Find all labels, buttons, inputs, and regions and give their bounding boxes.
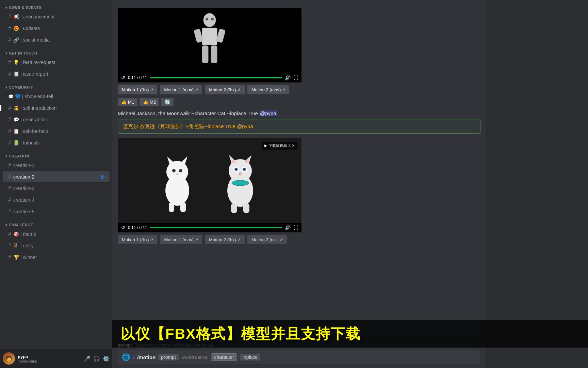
motion1-fbx-button[interactable]: Motion 1 (fbx) ↗ [118, 85, 157, 94]
sidebar-item-winner[interactable]: # 🏆 | winner [3, 252, 110, 263]
svg-rect-31 [231, 203, 237, 213]
user-info: pypa momo.yang [18, 354, 81, 363]
hash-icon: # [8, 197, 11, 203]
video-controls-1: ↺ 0:11 / 0:11 🔊 ⛶ [118, 73, 301, 82]
sidebar-item-entry[interactable]: # 🧗 | entry [3, 240, 110, 251]
sidebar-item-social-media[interactable]: # 🔗 | social-media [3, 34, 110, 45]
sidebar-item-ask-for-help[interactable]: # 📋 | ask-for-help [3, 126, 110, 137]
slash-indicator: / [133, 354, 134, 360]
sidebar-item-self-introduction[interactable]: # 👋 | self-introduction [3, 103, 110, 113]
sidebar-item-creation-4[interactable]: # creation-4 [3, 195, 110, 205]
svg-point-14 [176, 173, 178, 175]
svg-rect-4 [202, 46, 208, 63]
react-buttons: 👍 M1 👍 M2 🔄 [118, 98, 480, 106]
sidebar: NEWS & EVENTS # 📢 | announcement # 😍 | u… [0, 0, 112, 368]
mic-icon[interactable]: 🎤 [84, 355, 91, 362]
headphone-icon[interactable]: 🎧 [93, 355, 100, 362]
sidebar-item-announcement[interactable]: # 📢 | announcement [3, 11, 110, 22]
motion1-fbx-button-2[interactable]: Motion 1 (fbx) ↗ [118, 235, 157, 244]
m2-react-button[interactable]: 👍 M2 [140, 98, 159, 106]
prompt-input-row[interactable]: 🌐 / /motion prompt Sword dance, characte… [118, 350, 480, 364]
messages-area: ↺ 0:11 / 0:11 🔊 ⛶ Motion 1 (fbx) ↗ [112, 0, 486, 338]
settings-icon[interactable]: ⚙️ [103, 355, 110, 362]
sidebar-item-theme[interactable]: # 🎯 | theme [3, 229, 110, 240]
progress-fill-1 [150, 77, 282, 78]
motion2-mov-button-2[interactable]: Motion 2 (m... ↗ [247, 235, 287, 244]
motion1-mov-button-2[interactable]: Motion 1 (mov) ↗ [160, 235, 202, 244]
video-controls-2: ↺ 0:11 / 0:11 🔊 ⛶ [118, 223, 301, 232]
motion2-mov-button[interactable]: Motion 2 (mov) ↗ [247, 85, 290, 94]
svg-point-6 [206, 18, 208, 20]
sidebar-item-updates[interactable]: # 😍 | updates [3, 23, 110, 34]
svg-point-13 [179, 169, 182, 172]
member-icon: 👤+ [100, 175, 107, 179]
external-link-icon: ↗ [238, 237, 241, 242]
hash-icon: # [8, 140, 11, 146]
section-creation[interactable]: CREATION [0, 149, 112, 159]
hash-icon: # [8, 105, 11, 111]
mention[interactable]: @pypa [259, 110, 277, 116]
hash-icon: # [8, 59, 11, 65]
inplace-tag[interactable]: inplace [240, 354, 260, 361]
cat-video-frame: ▶ 下载该视频 2 ✕ [118, 138, 301, 223]
external-link-icon: ↗ [280, 237, 283, 242]
username: pypa [18, 354, 81, 359]
prompt-tag[interactable]: prompt [158, 354, 179, 361]
video-frame-1 [118, 8, 301, 73]
fullscreen-button-2[interactable]: ⛶ [293, 225, 298, 230]
sidebar-item-creation-2[interactable]: # creation-2 👤+ [3, 171, 110, 182]
section-news-events[interactable]: NEWS & EVENTS [0, 0, 112, 11]
refresh-button[interactable]: 🔄 [161, 98, 174, 106]
sidebar-item-show-and-tell[interactable]: 💬 💙 | show-and-tell [3, 91, 110, 102]
sidebar-item-general-talk[interactable]: # 💬 | general-talk [3, 114, 110, 125]
cat-left [157, 146, 198, 214]
play-icon: ▶ [264, 143, 267, 148]
sidebar-item-creation-3[interactable]: # creation-3 [3, 183, 110, 194]
progress-bar-2[interactable] [150, 227, 282, 228]
svg-rect-2 [194, 29, 203, 43]
hash-icon: # [8, 37, 11, 43]
main-content: ↺ 0:11 / 0:11 🔊 ⛶ Motion 1 (fbx) ↗ [112, 0, 486, 368]
progress-bar-1[interactable] [150, 77, 282, 78]
message-text: Michael Jackson, the Moonwalk --characte… [118, 110, 480, 118]
character-tag[interactable]: character [211, 353, 237, 361]
speech-icon: 💬 [8, 94, 14, 99]
hash-icon: # [8, 14, 11, 20]
hash-icon: # [8, 25, 11, 31]
video-container-1: ↺ 0:11 / 0:11 🔊 ⛶ [118, 8, 301, 82]
rewind-button-2[interactable]: ↺ [121, 225, 125, 230]
hash-icon: # [8, 185, 11, 191]
refresh-icon: 🔄 [165, 99, 170, 105]
external-link-icon: ↗ [195, 88, 198, 92]
sidebar-item-feature-request[interactable]: # 💡 | feature-request [3, 57, 110, 68]
sidebar-item-issue-report[interactable]: # 🔲 | issue-report [3, 68, 110, 79]
fullscreen-button[interactable]: ⛶ [293, 75, 298, 80]
external-link-icon: ↗ [282, 88, 285, 92]
rewind-button[interactable]: ↺ [121, 75, 125, 80]
volume-button[interactable]: 🔊 [285, 75, 291, 80]
motion2-fbx-button-2[interactable]: Motion 2 (fbx) ↗ [205, 235, 244, 244]
robot-figure [189, 12, 230, 70]
video-container-2: ▶ 下载该视频 2 ✕ ↺ 0:11 / 0:11 🔊 ⛶ [118, 138, 301, 232]
cat-right [218, 146, 262, 214]
sidebar-item-tutorials[interactable]: # 📗 | tutorials [3, 137, 110, 148]
volume-button-2[interactable]: 🔊 [285, 225, 291, 230]
section-community[interactable]: COMMUNITY [0, 80, 112, 91]
svg-point-7 [211, 18, 214, 20]
download-badge[interactable]: ▶ 下载该视频 2 ✕ [262, 142, 297, 150]
section-get-in-touch[interactable]: GET IN TOUCH [0, 46, 112, 57]
section-challenge[interactable]: CHALLENGE [0, 217, 112, 228]
sidebar-item-creation-5[interactable]: # creation-5 [3, 206, 110, 217]
svg-rect-15 [169, 202, 174, 212]
video-time-2: 0:11 / 0:11 [128, 225, 147, 230]
hash-icon: # [8, 128, 11, 134]
prompt-value: Sword dance, [181, 355, 209, 360]
motion1-mov-button[interactable]: Motion 1 (mov) ↗ [160, 85, 202, 94]
motion2-fbx-button[interactable]: Motion 2 (fbx) ↗ [205, 85, 244, 94]
svg-point-29 [239, 172, 242, 174]
download-buttons-1: Motion 1 (fbx) ↗ Motion 1 (mov) ↗ Motion… [118, 85, 480, 94]
svg-point-28 [243, 168, 245, 170]
m1-react-button[interactable]: 👍 M1 [118, 98, 137, 106]
sidebar-item-creation-1[interactable]: # creation-1 [3, 160, 110, 171]
external-link-icon: ↗ [150, 237, 153, 242]
